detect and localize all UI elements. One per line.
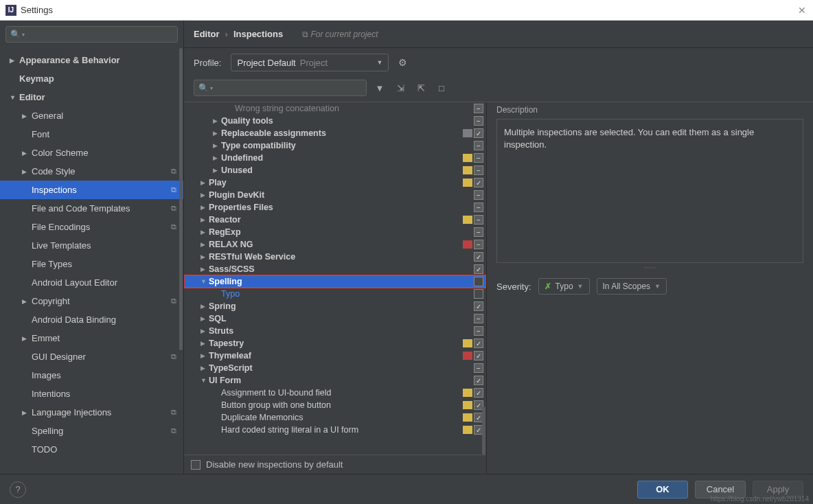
inspection-search-input[interactable]: 🔍▾ [194,80,367,96]
disable-new-checkbox[interactable] [191,460,201,470]
sidebar-item-images[interactable]: Images [0,366,183,385]
inspection-item[interactable]: ▼Spelling [184,275,486,288]
app-icon: IJ [5,5,16,16]
inspection-item[interactable]: ▶TypeScript [184,362,486,374]
inspection-checkbox[interactable] [474,326,483,336]
inspection-item[interactable]: ▶Play [184,176,486,189]
sidebar-item-label: Font [32,129,176,139]
sidebar-item-label: General [32,111,176,121]
sidebar-item-language-injections[interactable]: ▶Language Injections⧉ [0,403,183,422]
severity-select[interactable]: ✗ Typo ▼ [538,278,590,295]
inspection-item[interactable]: ▼UI Form [184,374,486,387]
inspection-checkbox[interactable] [474,104,483,113]
inspection-item[interactable]: ▶RegExp [184,226,486,238]
expand-all-icon[interactable]: ⇲ [393,80,408,95]
scope-select[interactable]: In All Scopes ▼ [597,278,667,295]
inspection-item[interactable]: Duplicate Mnemonics [184,411,486,424]
sidebar-item-color-scheme[interactable]: ▶Color Scheme [0,144,183,162]
inspection-checkbox[interactable] [474,190,483,200]
inspection-checkbox[interactable] [474,203,483,212]
breadcrumb-editor[interactable]: Editor [194,29,220,39]
arrow-icon: ▶ [10,57,19,64]
sidebar-search-input[interactable]: 🔍▾ [5,26,178,43]
inspection-checkbox[interactable] [474,141,483,150]
close-icon[interactable]: ✕ [798,5,806,16]
inspection-item[interactable]: ▶Tapestry [184,337,486,350]
inspection-checkbox[interactable] [474,289,483,299]
sidebar-item-keymap[interactable]: Keymap [0,69,183,88]
scrollbar-thumb[interactable] [179,48,183,350]
sidebar-item-inspections[interactable]: Inspections⧉ [0,181,183,199]
sidebar-item-file-types[interactable]: File Types [0,255,183,273]
copy-icon: ⧉ [171,352,176,361]
sidebar-item-emmet[interactable]: ▶Emmet [0,329,183,347]
sidebar-item-general[interactable]: ▶General [0,106,183,125]
help-button[interactable]: ? [10,481,26,498]
inspection-item[interactable]: ▶RESTful Web Service [184,251,486,263]
sidebar-item-copyright[interactable]: ▶Copyright⧉ [0,292,183,310]
inspection-checkbox[interactable] [474,376,483,385]
inspection-checkbox[interactable] [474,388,483,398]
inspection-item[interactable]: ▶Quality tools [184,115,486,127]
inspection-item[interactable]: Wrong string concatenation [184,102,486,115]
inspection-checkbox[interactable] [474,277,483,286]
inspection-checkbox[interactable] [474,301,483,311]
sidebar-item-appearance-behavior[interactable]: ▶Appearance & Behavior [0,51,183,69]
inspection-checkbox[interactable] [474,339,483,348]
sidebar-item-code-style[interactable]: ▶Code Style⧉ [0,162,183,181]
inspection-item[interactable]: Assignment to UI-bound field [184,387,486,399]
inspection-item[interactable]: Typo [184,288,486,300]
sidebar-item-todo[interactable]: TODO [0,440,183,459]
inspection-checkbox[interactable] [474,314,483,323]
inspection-item[interactable]: ▶Replaceable assignments [184,127,486,139]
inspection-checkbox[interactable] [474,351,483,360]
inspection-item[interactable]: ▶Undefined [184,152,486,164]
gear-icon[interactable]: ⚙ [398,57,407,68]
reset-icon[interactable]: □ [434,80,449,95]
resize-grip[interactable]: ┄┄┄ [496,264,803,271]
sidebar-item-android-layout-editor[interactable]: Android Layout Editor [0,273,183,292]
inspection-checkbox[interactable] [474,240,483,249]
sidebar-item-live-templates[interactable]: Live Templates [0,236,183,255]
arrow-icon: ▶ [22,168,32,175]
inspection-item[interactable]: ▶Plugin DevKit [184,189,486,201]
ok-button[interactable]: OK [637,481,688,499]
sidebar-item-spelling[interactable]: Spelling⧉ [0,422,183,440]
sidebar-item-file-and-code-templates[interactable]: File and Code Templates⧉ [0,199,183,218]
inspection-item[interactable]: ▶RELAX NG [184,238,486,251]
settings-tree: ▶Appearance & BehaviorKeymap▼Editor▶Gene… [0,48,183,474]
inspection-checkbox[interactable] [474,116,483,126]
inspection-checkbox[interactable] [474,264,483,274]
inspection-item[interactable]: ▶Sass/SCSS [184,263,486,275]
inspection-item[interactable]: ▶SQL [184,312,486,325]
inspection-item[interactable]: ▶Spring [184,300,486,312]
sidebar-item-file-encodings[interactable]: File Encodings⧉ [0,218,183,236]
sidebar-item-android-data-binding[interactable]: Android Data Binding [0,310,183,329]
inspection-item[interactable]: ▶Unused [184,164,486,176]
inspection-item[interactable]: ▶Type compatibility [184,139,486,152]
sidebar-item-font[interactable]: Font [0,125,183,144]
inspection-checkbox[interactable] [474,165,483,175]
profile-select[interactable]: Project Default Project ▼ [231,54,389,71]
inspection-item[interactable]: Hard coded string literal in a UI form [184,424,486,436]
sidebar-item-intentions[interactable]: Intentions [0,385,183,403]
inspection-checkbox[interactable] [474,363,483,373]
search-icon: 🔍 [10,30,21,39]
inspection-item[interactable]: ▶Struts [184,325,486,337]
inspection-item[interactable]: ▶Properties Files [184,201,486,214]
inspection-item[interactable]: ▶Reactor [184,214,486,226]
inspection-checkbox[interactable] [474,128,483,138]
inspection-checkbox[interactable] [474,252,483,262]
filter-icon[interactable]: ▼ [372,80,387,95]
inspection-item[interactable]: ▶Thymeleaf [184,350,486,362]
inspection-checkbox[interactable] [474,227,483,237]
inspection-checkbox[interactable] [474,153,483,163]
scrollbar-thumb[interactable] [482,406,485,455]
inspection-checkbox[interactable] [474,178,483,187]
collapse-all-icon[interactable]: ⇱ [413,80,428,95]
inspection-checkbox[interactable] [474,215,483,225]
sidebar-item-gui-designer[interactable]: GUI Designer⧉ [0,347,183,366]
sidebar-item-editor[interactable]: ▼Editor [0,88,183,106]
inspection-item[interactable]: Button group with one button [184,399,486,411]
profile-row: Profile: Project Default Project ▼ ⚙ [184,48,813,77]
